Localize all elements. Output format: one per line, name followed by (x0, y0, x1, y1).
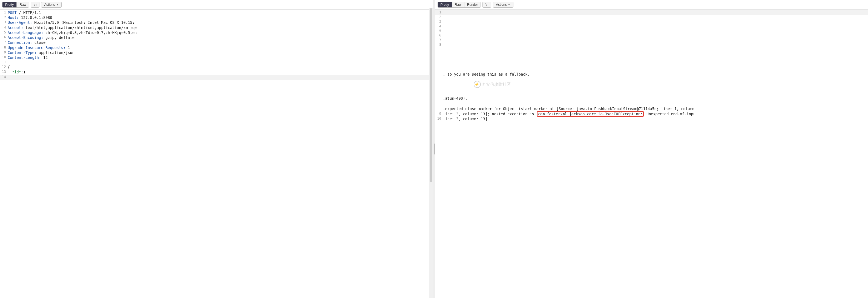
line-number: 8 (0, 45, 8, 50)
response-line: 10 .ine: 3, column: 13] (435, 116, 868, 121)
line-content: Accept-Language: zh-CN,zh;q=0.8,zh-TW;q=… (8, 30, 433, 35)
actions-dropdown-button[interactable]: Actions ▼ (493, 2, 513, 8)
response-line: .expected close marker for Object (start… (435, 106, 868, 111)
request-pane: Pretty Raw \n Actions ▼ 1POST / HTTP/1.1… (0, 0, 433, 298)
line-content: Accept: text/html,application/xhtml+xml,… (8, 25, 433, 30)
actions-dropdown-button[interactable]: Actions ▼ (41, 2, 61, 8)
line-number: 11 (0, 60, 8, 65)
request-editor[interactable]: 1POST / HTTP/1.12Host: 127.0.0.1:80803Us… (0, 9, 433, 298)
line-content: Content-Length: 12 (8, 55, 433, 60)
response-view-tabs: Pretty Raw Render (438, 2, 481, 8)
line-number: 1 (0, 10, 8, 15)
line-number: 3 (435, 20, 443, 24)
line-number: 5 (0, 30, 8, 35)
editor-line[interactable]: 6 (435, 33, 868, 38)
line-number: 1 (435, 10, 443, 15)
tab-render[interactable]: Render (464, 2, 480, 7)
newline-toggle-button[interactable]: \n (31, 2, 39, 8)
line-number: 7 (435, 38, 443, 42)
line-content: Upgrade-Insecure-Requests: 1 (8, 45, 433, 50)
line-content (8, 60, 433, 65)
chevron-down-icon: ▼ (56, 3, 59, 6)
line-number: 6 (435, 33, 443, 38)
tab-raw[interactable]: Raw (452, 2, 464, 7)
line-number: 4 (435, 24, 443, 29)
request-toolbar: Pretty Raw \n Actions ▼ (0, 0, 433, 9)
editor-line[interactable]: 5 (435, 29, 868, 33)
editor-line[interactable]: 2 (435, 15, 868, 20)
line-number: 3 (0, 20, 8, 25)
editor-line[interactable]: 5Accept-Language: zh-CN,zh;q=0.8,zh-TW;q… (0, 30, 433, 35)
editor-line[interactable]: 8 (435, 42, 868, 47)
actions-label: Actions (496, 3, 506, 7)
editor-line[interactable]: 10Content-Length: 12 (0, 55, 433, 60)
editor-line[interactable]: 6Accept-Encoding: gzip, deflate (0, 35, 433, 40)
editor-line[interactable]: 1 (435, 10, 868, 15)
line-content: "id":1 (8, 69, 433, 74)
request-scrollbar[interactable] (429, 8, 433, 298)
line-content (8, 75, 433, 80)
line-content: { (8, 65, 433, 69)
editor-line[interactable]: 3User-Agent: Mozilla/5.0 (Macintosh; Int… (0, 20, 433, 25)
line-number: 8 (435, 42, 443, 47)
line-number: 14 (0, 75, 8, 80)
exception-post: Unexpected end-of-inpu (647, 112, 695, 116)
line-number: 10 (0, 55, 8, 60)
line-number: 2 (0, 15, 8, 20)
editor-line[interactable]: 2Host: 127.0.0.1:8080 (0, 15, 433, 20)
line-content: POST / HTTP/1.1 (8, 10, 433, 15)
line-content: User-Agent: Mozilla/5.0 (Macintosh; Inte… (8, 20, 433, 25)
editor-line[interactable]: 7Connection: close (0, 40, 433, 45)
response-toolbar: Pretty Raw Render \n Actions ▼ (435, 0, 868, 9)
response-pane: Pretty Raw Render \n Actions ▼ 12345678 … (435, 0, 868, 298)
response-fragment: .atus=400). (435, 96, 868, 101)
pane-divider[interactable] (433, 0, 435, 298)
line-number: 7 (0, 40, 8, 45)
line-number: 2 (435, 15, 443, 20)
line-content: Accept-Encoding: gzip, deflate (8, 35, 433, 40)
line-number: 6 (0, 35, 8, 40)
line-number: 12 (0, 65, 8, 69)
line-content: Connection: close (8, 40, 433, 45)
line-content: Host: 127.0.0.1:8080 (8, 15, 433, 20)
editor-line[interactable]: 3 (435, 20, 868, 24)
editor-line[interactable]: 4Accept: text/html,application/xhtml+xml… (0, 25, 433, 30)
editor-line[interactable]: 12{ (0, 65, 433, 69)
editor-line[interactable]: 7 (435, 38, 868, 42)
actions-label: Actions (44, 3, 55, 7)
exception-highlight: com.fasterxml.jackson.core.io.JsonEOFExc… (537, 111, 644, 117)
editor-line[interactable]: 8Upgrade-Insecure-Requests: 1 (0, 45, 433, 50)
line-number: 13 (0, 69, 8, 74)
line-number: 4 (0, 25, 8, 30)
response-line: 9 .ine: 3, column: 13]; nested exception… (435, 112, 868, 116)
editor-line[interactable]: 4 (435, 24, 868, 29)
response-editor[interactable]: 12345678 , so you are seeing this as a f… (435, 9, 868, 298)
response-fragment: , so you are seeing this as a fallback. (435, 72, 868, 77)
editor-line[interactable]: 1POST / HTTP/1.1 (0, 10, 433, 15)
editor-line[interactable]: 9Content-Type: application/json (0, 50, 433, 55)
editor-line[interactable]: 14 (0, 75, 433, 80)
scrollbar-thumb[interactable] (430, 8, 432, 182)
tab-raw[interactable]: Raw (17, 2, 29, 7)
line-content: Content-Type: application/json (8, 50, 433, 55)
editor-line[interactable]: 13 "id":1 (0, 69, 433, 74)
tab-pretty[interactable]: Pretty (438, 2, 452, 7)
editor-line[interactable]: 11 (0, 60, 433, 65)
tab-pretty[interactable]: Pretty (2, 2, 17, 7)
newline-toggle-button[interactable]: \n (483, 2, 491, 8)
exception-pre: .ine: 3, column: 13]; nested exception i… (443, 112, 534, 116)
chevron-down-icon: ▼ (508, 3, 510, 6)
line-number: 9 (0, 50, 8, 55)
line-number: 5 (435, 29, 443, 33)
request-view-tabs: Pretty Raw (2, 2, 29, 8)
